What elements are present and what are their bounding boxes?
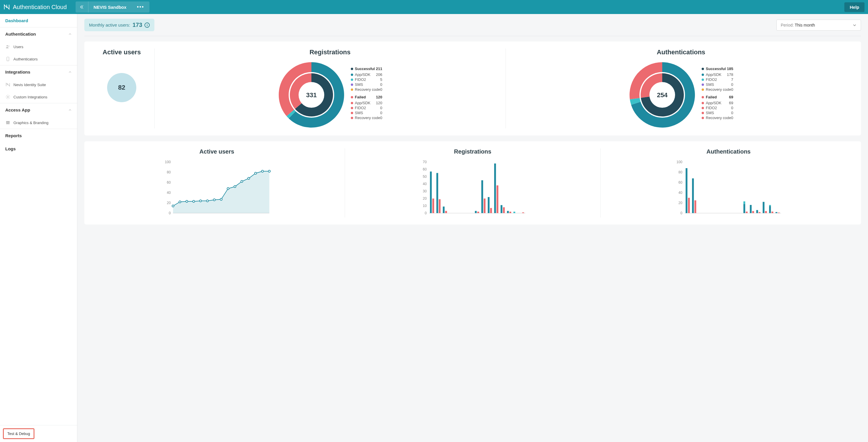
svg-rect-61 <box>514 212 515 213</box>
period-select[interactable]: Period: This month <box>776 20 861 31</box>
sidebar-item-integrations[interactable]: Integrations <box>0 65 77 79</box>
breadcrumb-back-icon[interactable] <box>75 1 88 12</box>
svg-rect-62 <box>522 212 524 213</box>
chart-title: Active users <box>199 148 234 155</box>
sidebar-item-label: Nevis Identity Suite <box>13 83 46 87</box>
svg-point-21 <box>186 200 188 202</box>
svg-point-30 <box>248 177 250 180</box>
sidebar-item-label: Authentication <box>5 32 36 36</box>
svg-rect-56 <box>496 185 498 213</box>
brand-logo: Authentication Cloud <box>3 4 67 10</box>
svg-rect-48 <box>445 211 447 213</box>
svg-rect-73 <box>694 200 696 213</box>
breadcrumb: NEVIS Sandbox ••• <box>75 1 149 12</box>
svg-text:0: 0 <box>680 211 682 215</box>
svg-text:10: 10 <box>423 204 427 208</box>
svg-rect-85 <box>772 212 773 213</box>
mau-pill: Monthly active users: 173 i <box>84 19 154 31</box>
chevron-down-icon <box>852 23 857 27</box>
svg-rect-76 <box>746 212 748 213</box>
svg-text:254: 254 <box>657 91 668 99</box>
svg-rect-82 <box>765 211 767 213</box>
svg-text:80: 80 <box>167 170 171 174</box>
svg-point-25 <box>213 199 215 201</box>
sidebar-item-logs[interactable]: Logs <box>0 142 77 155</box>
registrations-chart-tile: Registrations 010203040506070 <box>348 148 597 217</box>
tile-title: Registrations <box>309 49 350 56</box>
svg-text:60: 60 <box>423 167 427 171</box>
registrations-donut: 331 <box>278 61 345 128</box>
sidebar-item-label: Reports <box>5 133 22 138</box>
svg-rect-59 <box>507 211 509 213</box>
svg-text:50: 50 <box>423 175 427 179</box>
active-users-line-chart: 020406080100 <box>93 159 341 217</box>
svg-point-4 <box>7 96 9 98</box>
svg-point-31 <box>254 172 256 174</box>
sidebar-item-custom-integrations[interactable]: Custom Integrations <box>0 91 77 103</box>
svg-point-1 <box>8 46 9 47</box>
chevron-up-icon <box>68 108 72 112</box>
svg-text:100: 100 <box>677 160 682 164</box>
registrations-legend: Successful211App/SDK206FIDO25SMS0Recover… <box>351 66 382 123</box>
svg-rect-83 <box>769 206 771 213</box>
authentications-tile: Authentications 254 Successful185App/SDK… <box>509 49 853 128</box>
svg-rect-55 <box>494 164 496 213</box>
sidebar-item-users[interactable]: Users <box>0 40 77 53</box>
svg-text:20: 20 <box>423 197 427 201</box>
sidebar: Dashboard Authentication Users Authentic… <box>0 14 78 442</box>
sidebar-item-reports[interactable]: Reports <box>0 129 77 142</box>
svg-point-27 <box>227 188 229 190</box>
authentications-donut: 254 <box>629 61 696 128</box>
sidebar-item-label: Access App <box>5 108 30 112</box>
period-value: This month <box>795 23 815 27</box>
chart-title: Registrations <box>454 148 492 155</box>
svg-rect-60 <box>509 212 511 213</box>
help-button[interactable]: Help <box>844 2 865 12</box>
main-content: Monthly active users: 173 i Period: This… <box>78 14 868 442</box>
svg-point-28 <box>234 186 236 188</box>
sidebar-item-label: Authenticators <box>13 57 38 61</box>
registrations-bar-chart: 010203040506070 <box>348 159 597 217</box>
test-debug-button[interactable]: Test & Debug <box>3 428 34 439</box>
svg-text:0: 0 <box>169 211 171 215</box>
svg-rect-57 <box>500 205 502 213</box>
sidebar-item-authentication[interactable]: Authentication <box>0 27 77 40</box>
authentications-chart-tile: Authentications 020406080100 <box>604 148 853 217</box>
topbar: Authentication Cloud NEVIS Sandbox ••• H… <box>0 0 868 14</box>
active-users-tile: Active users 82 <box>93 49 151 128</box>
svg-text:100: 100 <box>165 160 171 164</box>
active-users-value: 82 <box>107 73 136 102</box>
active-users-chart-tile: Active users 020406080100 <box>93 148 341 217</box>
sidebar-item-authenticators[interactable]: Authenticators <box>0 53 77 65</box>
svg-text:331: 331 <box>306 91 317 99</box>
svg-rect-79 <box>756 210 758 213</box>
svg-rect-86 <box>775 212 777 213</box>
sidebar-item-branding[interactable]: Graphics & Branding <box>0 117 77 129</box>
sidebar-item-label: Custom Integrations <box>13 95 47 99</box>
svg-point-20 <box>179 201 181 203</box>
svg-point-22 <box>193 200 195 202</box>
svg-rect-44 <box>432 199 434 213</box>
registrations-tile: Registrations 331 Successful211App/SDK20… <box>158 49 502 128</box>
svg-rect-87 <box>778 212 780 213</box>
svg-rect-51 <box>481 180 483 213</box>
users-icon <box>5 44 10 49</box>
gear-icon <box>5 94 10 99</box>
svg-rect-58 <box>503 207 505 213</box>
svg-text:60: 60 <box>679 180 683 184</box>
info-icon[interactable]: i <box>145 23 150 28</box>
nevis-icon <box>5 82 10 87</box>
sidebar-item-nis[interactable]: Nevis Identity Suite <box>0 79 77 91</box>
sidebar-item-access-app[interactable]: Access App <box>0 104 77 117</box>
svg-text:60: 60 <box>167 180 171 184</box>
sidebar-item-dashboard[interactable]: Dashboard <box>0 14 77 27</box>
svg-text:80: 80 <box>679 170 683 174</box>
breadcrumb-title[interactable]: NEVIS Sandbox <box>88 5 132 10</box>
breadcrumb-menu-icon[interactable]: ••• <box>132 4 149 10</box>
svg-rect-78 <box>752 211 754 213</box>
mau-label: Monthly active users: <box>89 23 130 27</box>
mau-value: 173 <box>132 22 142 28</box>
authentications-bar-chart: 020406080100 <box>604 159 853 217</box>
svg-rect-52 <box>484 199 485 213</box>
trends-card: Active users 020406080100 Registrations … <box>84 141 861 225</box>
